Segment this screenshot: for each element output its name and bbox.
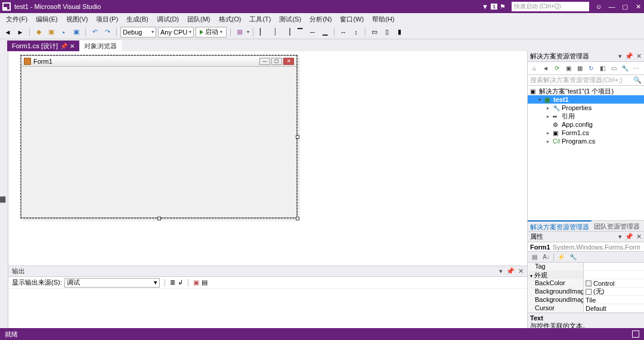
sol-showall-button[interactable]: ▦ (575, 64, 584, 73)
sol-preview-button[interactable]: ▭ (609, 64, 618, 73)
feedback-icon[interactable]: ☺ (595, 3, 602, 10)
output-text-area[interactable] (8, 289, 527, 328)
output-stop-icon[interactable]: ▣ (193, 279, 199, 286)
form-designer-surface[interactable]: Form1 — ▢ ✕ (8, 51, 527, 266)
size-to-grid[interactable]: ▭ (369, 27, 380, 38)
prop-backcolor[interactable]: BackColorControl (528, 279, 644, 288)
solution-explorer-search[interactable]: 搜索解决方案资源管理器(Ctrl+;) 🔍 (528, 75, 644, 86)
save-button[interactable]: ▪ (58, 27, 69, 38)
send-back[interactable]: ▮ (394, 27, 405, 38)
menu-window[interactable]: 窗口(W) (336, 14, 367, 25)
expand-icon[interactable]: ▸ (547, 139, 553, 144)
tree-references-node[interactable]: ▸▪▪引用 (528, 112, 644, 120)
resize-handle-bottom[interactable] (157, 217, 161, 220)
props-dropdown-chev[interactable]: ▾ (618, 233, 622, 241)
tab-form1-designer[interactable]: Form1.cs [设计] 📌 ✕ (7, 40, 79, 51)
align-centers[interactable]: ┆ (270, 27, 280, 38)
props-pin-icon[interactable]: 📌 (625, 233, 633, 241)
output-header[interactable]: 输出 ▾ 📌 ✕ (8, 266, 527, 277)
maximize-button[interactable]: ▢ (621, 3, 628, 10)
align-bottoms[interactable]: ▁ (320, 27, 330, 38)
tree-solution-node[interactable]: ▣解决方案"test1"(1 个项目) (528, 87, 644, 95)
tab-solution-explorer[interactable]: 解决方案资源管理器 (528, 220, 592, 231)
undo-button[interactable]: ↶ (89, 27, 100, 38)
new-project-button[interactable]: ◆ (33, 27, 44, 38)
menu-build[interactable]: 生成(B) (123, 14, 152, 25)
menu-tools[interactable]: 工具(T) (246, 14, 274, 25)
menu-debug[interactable]: 调试(D) (153, 14, 182, 25)
vspace-equal[interactable]: ↕ (351, 27, 361, 38)
sol-pin-icon[interactable]: 📌 (625, 52, 633, 60)
props-categorized-button[interactable]: ▤ (530, 252, 539, 262)
sol-sync-button[interactable]: ⟳ (552, 64, 562, 73)
open-file-button[interactable]: ▣ (46, 27, 57, 38)
menu-team[interactable]: 团队(M) (184, 14, 214, 25)
menu-project[interactable]: 项目(P) (92, 14, 122, 25)
tree-appconfig-node[interactable]: ⚙App.config (528, 120, 644, 129)
platform-dropdown[interactable]: Any CPU▾ (158, 27, 194, 38)
sol-wrench-icon[interactable]: 🔧 (620, 64, 630, 73)
menu-test[interactable]: 测试(S) (275, 14, 305, 25)
redo-button[interactable]: ↷ (102, 27, 113, 38)
sol-collapse-button[interactable]: ▣ (564, 64, 573, 73)
align-middles[interactable]: ─ (307, 27, 318, 38)
solution-tree[interactable]: ▣解决方案"test1"(1 个项目) ▾▣test1 ▸🔧Properties… (528, 86, 644, 220)
sol-more-button[interactable]: ⋯ (631, 64, 641, 73)
properties-header[interactable]: 属性 ▾📌✕ (528, 232, 644, 242)
menu-edit[interactable]: 编辑(E) (32, 14, 61, 25)
config-dropdown[interactable]: Debug▾ (120, 27, 156, 38)
output-pin-icon[interactable]: 📌 (506, 267, 515, 275)
prop-cursor[interactable]: CursorDefault (528, 304, 644, 313)
tree-properties-node[interactable]: ▸🔧Properties (528, 104, 644, 112)
notification-area[interactable]: ▼ 1 ⚑ (482, 3, 507, 10)
output-clear-button[interactable]: ≣ (170, 279, 175, 286)
solution-explorer-header[interactable]: 解决方案资源管理器 ▾📌✕ (528, 51, 644, 62)
form-minimize-button[interactable]: — (259, 58, 270, 65)
menu-format[interactable]: 格式(O) (215, 14, 245, 25)
resize-handle-corner[interactable] (296, 217, 299, 220)
menu-view[interactable]: 视图(V) (63, 14, 92, 25)
align-tops[interactable]: ▔ (295, 27, 305, 38)
minimize-button[interactable]: — (608, 3, 615, 10)
prop-category-appearance[interactable]: ▾ 外观 (528, 271, 644, 279)
form-maximize-button[interactable]: ▢ (271, 58, 282, 65)
align-rights[interactable]: ▕ (282, 27, 293, 38)
form-design-frame[interactable]: Form1 — ▢ ✕ (20, 55, 298, 219)
sol-home-button[interactable]: ⌂ (530, 64, 539, 73)
quick-launch-input[interactable]: 快速启动 (Ctrl+Q) (512, 2, 589, 11)
start-debug-button[interactable]: 启动 ▾ (196, 27, 227, 38)
sol-close-icon[interactable]: ✕ (636, 52, 642, 60)
nav-fwd-button[interactable]: ► (15, 27, 26, 38)
close-tab-icon[interactable]: ✕ (70, 43, 75, 49)
output-toggle-wrap-button[interactable]: ↲ (178, 279, 183, 286)
close-button[interactable]: ✕ (634, 3, 642, 10)
sol-dropdown-chev[interactable]: ▾ (618, 52, 622, 60)
output-source-dropdown[interactable]: 调试▾ (64, 278, 160, 288)
properties-selector[interactable]: Form1 System.Windows.Forms.Form (528, 242, 644, 252)
sol-back-button[interactable]: ◄ (541, 64, 550, 73)
tree-form1cs-node[interactable]: ▸▣Form1.cs (528, 129, 644, 137)
save-all-button[interactable]: ▣ (71, 27, 82, 38)
layout-btn-1[interactable]: ▦ (234, 27, 245, 38)
expand-icon[interactable]: ▸ (547, 130, 553, 136)
expand-icon[interactable]: ▸ (547, 114, 553, 119)
menu-file[interactable]: 文件(F) (2, 14, 31, 25)
pin-icon[interactable]: 📌 (60, 43, 67, 49)
expand-icon[interactable]: ▸ (547, 105, 553, 111)
form1-window[interactable]: Form1 — ▢ ✕ (21, 55, 297, 218)
prop-row[interactable]: Tag (528, 263, 644, 271)
server-explorer-tab[interactable]: 服务器资源管理器 (0, 54, 8, 328)
menu-analyze[interactable]: 分析(N) (306, 14, 335, 25)
props-alphabetical-button[interactable]: A↓ (541, 252, 551, 262)
properties-grid[interactable]: Tag ▾ 外观 BackColorControl BackgroundImag… (528, 263, 644, 313)
output-close-icon[interactable]: ✕ (518, 267, 524, 275)
sol-properties-button[interactable]: ◧ (597, 64, 607, 73)
tab-team-explorer[interactable]: 团队资源管理器 (592, 221, 642, 231)
sol-refresh-button[interactable]: ↻ (586, 64, 596, 73)
props-pages-button[interactable]: 🔧 (568, 252, 578, 262)
form-close-button[interactable]: ✕ (283, 58, 294, 65)
hspace-equal[interactable]: ↔ (338, 27, 349, 38)
output-goto-button[interactable]: ▤ (202, 279, 208, 286)
tree-programcs-node[interactable]: ▸C#Program.cs (528, 137, 644, 145)
resize-handle-right[interactable] (296, 135, 299, 139)
